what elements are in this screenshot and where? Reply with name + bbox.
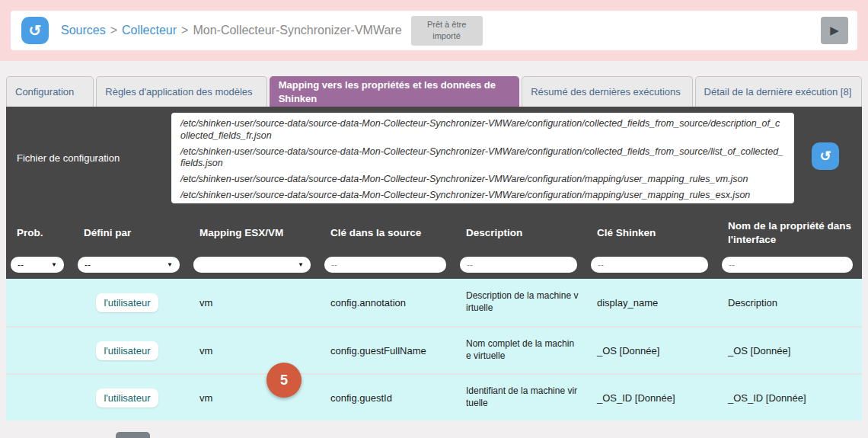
- column-header-defined-by: Défini par: [73, 226, 189, 240]
- breadcrumb-bar: ↺ Sources>Collecteur>Mon-Collecteur-Sync…: [11, 11, 857, 50]
- config-file-label: Fichier de configuration: [17, 152, 171, 164]
- refresh-button[interactable]: ↺: [21, 17, 49, 44]
- cell-description: Nom complet de la machine virtuelle: [455, 338, 586, 362]
- config-path: /etc/shinken-user/source-data/source-dat…: [180, 174, 785, 186]
- refresh-icon: ↺: [29, 21, 42, 40]
- cell-shinken-key: _OS [Donnée]: [586, 345, 717, 356]
- tab-detail-execution[interactable]: Détail de la dernière exécution [8]: [695, 76, 862, 107]
- filter-input-description[interactable]: [460, 257, 577, 273]
- filter-select-mapping[interactable]: ▼: [193, 257, 311, 273]
- breadcrumb-current: Mon-Collecteur-Synchronizer-VMWare: [193, 24, 401, 37]
- tab-resume-executions[interactable]: Résumé des dernières exécutions: [522, 76, 692, 107]
- filter-select-prob[interactable]: -- ▼: [11, 257, 64, 273]
- table-body: l'utilisateur vm config.annotation Descr…: [6, 279, 862, 420]
- config-path: /etc/shinken-user/source-data/source-dat…: [180, 190, 785, 202]
- cell-mapping: vm: [189, 345, 320, 356]
- cell-description: Identifiant de la machine virtuelle: [455, 385, 586, 409]
- breadcrumb: Sources>Collecteur>Mon-Collecteur-Synchr…: [61, 24, 402, 37]
- cell-shinken-key: _OS_ID [Donnée]: [586, 392, 717, 404]
- tab-mapping-active[interactable]: Mapping vers les propriétés et les donné…: [270, 76, 520, 107]
- table-header: Prob. Défini par Mapping ESX/VM Clé dans…: [6, 209, 862, 257]
- cell-mapping: vm: [189, 392, 320, 404]
- tab-bar: Configuration Règles d'application des m…: [0, 76, 868, 107]
- config-path: /etc/shinken-user/source-data/source-dat…: [180, 146, 785, 171]
- filter-row: -- ▼ -- ▼ ▼: [6, 257, 862, 279]
- config-path: /etc/shinken-user/source-data/source-dat…: [180, 118, 785, 142]
- play-icon: ▶: [830, 24, 839, 37]
- filter-input-shinken-key[interactable]: [591, 257, 708, 273]
- column-header-ui-name: Nom de la propriété dans l'interface: [717, 219, 862, 246]
- filter-input-ui-name[interactable]: [722, 257, 853, 273]
- defined-by-pill: l'utilisateur: [96, 388, 158, 408]
- column-header-mapping: Mapping ESX/VM: [189, 226, 320, 240]
- cell-defined-by: l'utilisateur: [73, 341, 189, 360]
- column-header-source-key: Clé dans la source: [320, 226, 455, 240]
- filter-select-defined-by[interactable]: -- ▼: [78, 257, 180, 273]
- breadcrumb-link-collecteur[interactable]: Collecteur: [122, 24, 177, 37]
- mapping-panel: Fichier de configuration /etc/shinken-us…: [6, 107, 862, 420]
- cell-defined-by: l'utilisateur: [73, 388, 189, 408]
- filter-select-prob-value: --: [18, 260, 24, 270]
- run-button[interactable]: ▶: [821, 17, 848, 44]
- breadcrumb-link-sources[interactable]: Sources: [61, 24, 106, 37]
- cell-ui-name: _OS [Donnée]: [717, 345, 862, 356]
- bottom-strip: [0, 420, 868, 438]
- top-banner: ↺ Sources>Collecteur>Mon-Collecteur-Sync…: [0, 0, 868, 61]
- reload-config-button[interactable]: ↺: [812, 142, 839, 170]
- breadcrumb-separator: >: [110, 24, 117, 37]
- status-badge[interactable]: Prêt à être importé: [411, 16, 483, 45]
- tab-regles-application[interactable]: Règles d'application des modèles: [96, 76, 266, 107]
- chevron-down-icon: ▼: [298, 261, 304, 268]
- cell-shinken-key: display_name: [586, 297, 717, 309]
- table-row[interactable]: l'utilisateur vm config.annotation Descr…: [6, 279, 862, 326]
- config-paths-box: /etc/shinken-user/source-data/source-dat…: [171, 113, 794, 203]
- cell-description: Description de la machine virtuelle: [455, 290, 586, 314]
- column-header-prob: Prob.: [6, 226, 73, 240]
- column-header-description: Description: [455, 226, 586, 240]
- column-header-shinken-key: Clé Shinken: [586, 226, 717, 240]
- defined-by-pill: l'utilisateur: [96, 293, 158, 312]
- cell-ui-name: _OS_ID [Donnée]: [717, 392, 862, 404]
- config-file-section: Fichier de configuration /etc/shinken-us…: [6, 107, 862, 209]
- filter-select-defined-by-value: --: [85, 260, 91, 270]
- filter-input-source-key[interactable]: [324, 257, 446, 273]
- cell-defined-by: l'utilisateur: [73, 293, 189, 312]
- cell-source-key: config.guestFullName: [320, 345, 455, 356]
- partial-bottom-button[interactable]: [116, 432, 150, 438]
- count-badge: 5: [266, 363, 302, 398]
- table-row[interactable]: l'utilisateur vm config.guestFullName No…: [6, 326, 862, 373]
- chevron-down-icon: ▼: [51, 261, 57, 268]
- breadcrumb-separator: >: [181, 24, 188, 37]
- cell-mapping: vm: [189, 297, 320, 309]
- table-row[interactable]: l'utilisateur vm config.guestId Identifi…: [6, 373, 862, 420]
- cell-source-key: config.annotation: [320, 297, 455, 309]
- refresh-icon: ↺: [819, 148, 831, 165]
- cell-source-key: config.guestId: [320, 392, 455, 404]
- chevron-down-icon: ▼: [167, 261, 173, 268]
- tab-configuration[interactable]: Configuration: [6, 76, 94, 107]
- defined-by-pill: l'utilisateur: [96, 341, 158, 360]
- cell-ui-name: Description: [717, 297, 862, 309]
